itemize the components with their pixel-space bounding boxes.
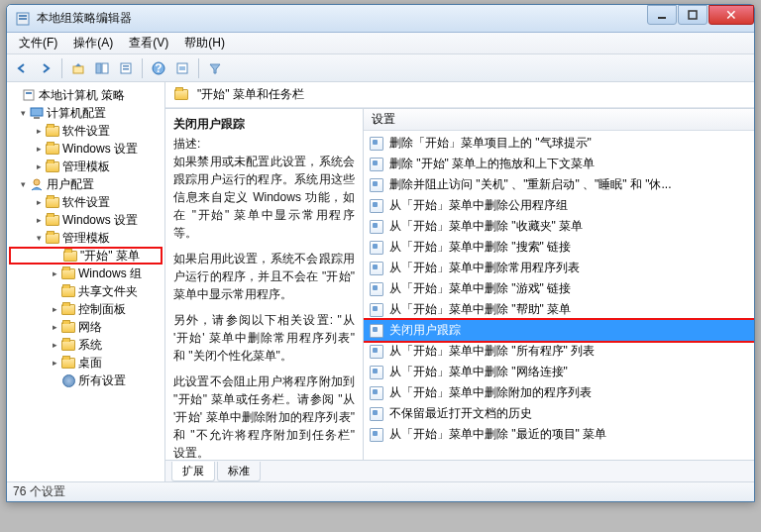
- list-item[interactable]: 删除「开始」菜单项目上的 "气球提示": [364, 133, 754, 154]
- maximize-button[interactable]: [678, 5, 707, 25]
- setting-icon: [370, 282, 383, 296]
- tree-item[interactable]: ▸管理模板: [9, 158, 163, 175]
- tree-item[interactable]: 共享文件夹: [9, 282, 163, 300]
- tree-item[interactable]: ▸桌面: [9, 354, 163, 372]
- separator: [142, 58, 143, 78]
- desc-text: 如果启用此设置，系统不会跟踪用户运行的程序，并且不会在 "开始" 菜单中显示常用…: [173, 250, 355, 303]
- folder-icon: [60, 266, 76, 280]
- refresh-button[interactable]: [171, 57, 193, 79]
- folder-icon: [62, 249, 78, 263]
- setting-label: 关闭用户跟踪: [389, 322, 461, 339]
- tree-item[interactable]: ▸Windows 设置: [9, 140, 163, 158]
- folder-icon: [173, 88, 189, 102]
- list-item[interactable]: 不保留最近打开文档的历史: [364, 403, 754, 424]
- desc-text: 如果禁用或未配置此设置，系统会跟踪用户运行的程序。系统用这些信息来自定义 Win…: [173, 153, 355, 242]
- settings-list[interactable]: 设置 删除「开始」菜单项目上的 "气球提示"删除 "开始" 菜单上的拖放和上下文…: [364, 109, 754, 460]
- content-area: 关闭用户跟踪 描述: 如果禁用或未配置此设置，系统会跟踪用户运行的程序。系统用这…: [165, 108, 754, 460]
- list-item[interactable]: 删除 "开始" 菜单上的拖放和上下文菜单: [364, 154, 754, 174]
- window-buttons: ✕: [646, 5, 754, 25]
- show-hide-tree-button[interactable]: [91, 57, 113, 79]
- list-column-header[interactable]: 设置: [364, 109, 754, 131]
- setting-icon: [370, 158, 383, 171]
- minimize-button[interactable]: [647, 5, 677, 25]
- setting-label: 从「开始」菜单中删除常用程序列表: [389, 260, 580, 276]
- svg-rect-18: [34, 117, 40, 119]
- setting-title: 关闭用户跟踪: [173, 115, 355, 133]
- statusbar: 76 个设置: [7, 481, 754, 501]
- tree-item[interactable]: ▸Windows 设置: [9, 211, 163, 229]
- close-button[interactable]: ✕: [708, 5, 754, 25]
- setting-label: 从「开始」菜单中删除 "收藏夹" 菜单: [389, 218, 583, 235]
- menu-help[interactable]: 帮助(H): [176, 33, 233, 53]
- tree-user-config[interactable]: ▾用户配置: [9, 175, 163, 193]
- svg-point-19: [34, 179, 40, 185]
- list-item[interactable]: 从「开始」菜单中删除 "网络连接": [364, 362, 754, 382]
- tree-label: 系统: [78, 337, 102, 354]
- list-item[interactable]: 删除并阻止访问 "关机" 、"重新启动" 、"睡眠" 和 "休...: [364, 174, 754, 195]
- policy-icon: [21, 88, 37, 102]
- tree-label: "开始" 菜单: [80, 248, 140, 265]
- svg-rect-16: [26, 92, 32, 94]
- back-button[interactable]: [11, 57, 33, 79]
- tree-all-settings[interactable]: 所有设置: [9, 372, 163, 389]
- list-item[interactable]: 从「开始」菜单中删除公用程序组: [364, 195, 754, 216]
- tree-root[interactable]: 本地计算机 策略: [9, 86, 163, 104]
- setting-icon: [370, 220, 383, 234]
- svg-rect-15: [24, 90, 34, 100]
- tree-item[interactable]: ▸软件设置: [9, 122, 163, 140]
- setting-label: 不保留最近打开文档的历史: [389, 405, 532, 422]
- list-item[interactable]: 从「开始」菜单中删除 "所有程序" 列表: [364, 341, 754, 362]
- svg-rect-7: [102, 63, 108, 73]
- filter-button[interactable]: [204, 57, 226, 79]
- folder-icon: [45, 142, 60, 156]
- tree-item[interactable]: ▸Windows 组: [9, 265, 163, 282]
- tree-start-menu[interactable]: "开始" 菜单: [9, 247, 163, 265]
- setting-label: 从「开始」菜单中删除 "游戏" 链接: [389, 280, 571, 297]
- setting-label: 从「开始」菜单中删除 "网络连接": [389, 364, 568, 380]
- setting-icon: [370, 407, 383, 421]
- tree-item[interactable]: ▸软件设置: [9, 193, 163, 211]
- tree-label: 管理模板: [62, 230, 110, 247]
- list-item[interactable]: 从「开始」菜单中删除附加的程序列表: [364, 382, 754, 403]
- folder-icon: [60, 320, 76, 334]
- tree-label: 软件设置: [62, 123, 110, 140]
- tab-standard[interactable]: 标准: [217, 462, 261, 481]
- list-item[interactable]: 从「开始」菜单中删除 "游戏" 链接: [364, 278, 754, 299]
- list-item[interactable]: 关闭用户跟踪: [364, 320, 754, 341]
- titlebar[interactable]: 本地组策略编辑器 ✕: [7, 5, 754, 33]
- list-item[interactable]: 从「开始」菜单中删除 "帮助" 菜单: [364, 299, 754, 320]
- list-item[interactable]: 从「开始」菜单中删除 "搜索" 链接: [364, 237, 754, 258]
- svg-rect-6: [96, 63, 101, 73]
- tab-extended[interactable]: 扩展: [171, 462, 215, 481]
- setting-icon: [370, 262, 383, 275]
- setting-label: 删除「开始」菜单项目上的 "气球提示": [389, 135, 592, 152]
- list-item[interactable]: 从「开始」菜单中删除常用程序列表: [364, 258, 754, 278]
- menu-action[interactable]: 操作(A): [65, 33, 121, 53]
- setting-label: 删除 "开始" 菜单上的拖放和上下文菜单: [389, 156, 595, 172]
- desc-label: 描述:: [173, 135, 355, 153]
- menu-file[interactable]: 文件(F): [11, 33, 65, 53]
- tree-label: 管理模板: [62, 159, 110, 175]
- properties-button[interactable]: [115, 57, 137, 79]
- menu-view[interactable]: 查看(V): [121, 33, 176, 53]
- separator: [198, 58, 199, 78]
- svg-rect-5: [73, 66, 83, 73]
- up-button[interactable]: [67, 57, 89, 79]
- setting-label: 从「开始」菜单中删除 "所有程序" 列表: [389, 343, 595, 360]
- list-item[interactable]: 从「开始」菜单中删除 "收藏夹" 菜单: [364, 216, 754, 237]
- folder-icon: [60, 284, 76, 298]
- tree-label: Windows 设置: [62, 212, 138, 229]
- svg-rect-3: [658, 17, 666, 19]
- tree-computer-config[interactable]: ▾计算机配置: [9, 104, 163, 122]
- forward-button[interactable]: [35, 57, 56, 79]
- help-button[interactable]: ?: [148, 57, 169, 79]
- tree-panel[interactable]: 本地计算机 策略 ▾计算机配置 ▸软件设置 ▸Windows 设置 ▸管理模板 …: [7, 82, 165, 481]
- tree-label: 网络: [78, 319, 102, 336]
- tree-item[interactable]: ▾管理模板: [9, 229, 163, 247]
- tree-item[interactable]: ▸控制面板: [9, 300, 163, 318]
- list-item[interactable]: 从「开始」菜单中删除 "最近的项目" 菜单: [364, 424, 754, 445]
- tree-item[interactable]: ▸系统: [9, 336, 163, 354]
- status-text: 76 个设置: [13, 483, 65, 500]
- setting-icon: [370, 137, 383, 151]
- tree-item[interactable]: ▸网络: [9, 318, 163, 336]
